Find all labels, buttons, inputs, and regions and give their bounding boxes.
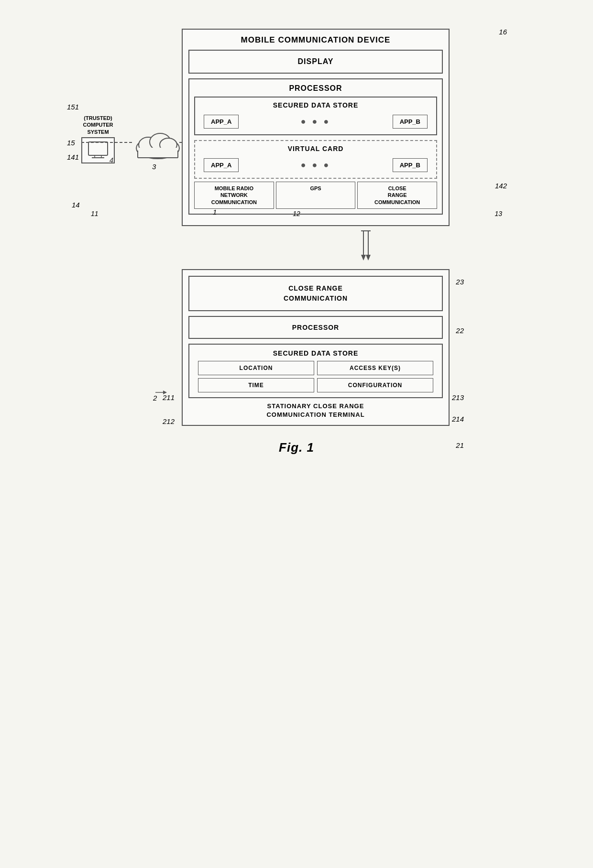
terminal-box: CLOSE RANGECOMMUNICATION PROCESSOR SECUR… xyxy=(182,269,450,426)
svg-marker-20 xyxy=(163,391,167,394)
mobile-radio-box: MOBILE RADIONETWORKCOMMUNICATION xyxy=(194,182,274,209)
close-range-box-mobile: CLOSERANGECOMMUNICATION xyxy=(357,182,437,209)
cloud-icon xyxy=(134,127,182,160)
vc-app-row: APP_A ● ● ● APP_B xyxy=(199,156,432,174)
vc-label: VIRTUAL CARD xyxy=(199,145,432,152)
vc-dots: ● ● ● xyxy=(301,160,331,170)
ref-11: 11 xyxy=(91,210,99,217)
page: (TRUSTED)COMPUTERSYSTEM 4 xyxy=(0,0,593,868)
ref-213: 213 xyxy=(452,393,464,401)
sds-label-mobile: SECURED DATA STORE xyxy=(199,101,432,109)
ref-12: 12 xyxy=(293,210,300,217)
mobile-device: MOBILE COMMUNICATION DEVICE DISPLAY PROC… xyxy=(182,29,450,226)
configuration-cell: CONFIGURATION xyxy=(317,378,433,392)
fig-caption: Fig. 1 xyxy=(279,440,314,455)
gps-box: GPS xyxy=(276,182,356,209)
arrow-connector xyxy=(182,226,450,264)
ref-151: 151 xyxy=(67,103,79,111)
ref-141: 141 xyxy=(67,153,79,161)
trusted-label: (TRUSTED)COMPUTERSYSTEM xyxy=(83,115,113,135)
cloud-container: 3 xyxy=(134,127,182,162)
processor-label: PROCESSOR xyxy=(194,84,437,93)
comm-row: MOBILE RADIONETWORKCOMMUNICATION GPS CLO… xyxy=(194,182,437,209)
svg-rect-7 xyxy=(138,148,178,158)
vc-app-a: APP_A xyxy=(204,158,239,172)
ref-16: 16 xyxy=(499,28,507,36)
sds-dots: ● ● ● xyxy=(301,117,331,127)
data-grid: LOCATION ACCESS KEY(S) TIME CONFIGURATIO… xyxy=(194,361,437,392)
terminal-container: CLOSE RANGECOMMUNICATION PROCESSOR SECUR… xyxy=(182,264,450,426)
mobile-device-container: MOBILE COMMUNICATION DEVICE DISPLAY PROC… xyxy=(182,19,450,226)
vc-app-b: APP_B xyxy=(393,158,428,172)
ref-142: 142 xyxy=(495,182,507,190)
processor-box-terminal: PROCESSOR xyxy=(188,316,443,339)
ref-21: 21 xyxy=(456,441,464,449)
sds-terminal: SECURED DATA STORE LOCATION ACCESS KEY(S… xyxy=(188,344,443,398)
ref-214: 214 xyxy=(452,415,464,423)
time-cell: TIME xyxy=(198,378,314,392)
ref-13: 13 xyxy=(494,210,502,217)
sds-app-row: APP_A ● ● ● APP_B xyxy=(199,113,432,130)
svg-marker-15 xyxy=(361,255,366,260)
secured-data-store-mobile: SECURED DATA STORE APP_A ● ● ● APP_B xyxy=(194,97,437,135)
access-keys-cell: ACCESS KEY(S) xyxy=(317,361,433,375)
ref-1: 1 xyxy=(213,208,217,216)
sds-app-b: APP_B xyxy=(393,115,428,129)
processor-box: PROCESSOR SECURED DATA STORE APP_A ● ● ●… xyxy=(188,78,443,215)
diagram: (TRUSTED)COMPUTERSYSTEM 4 xyxy=(81,19,512,455)
ref-14: 14 xyxy=(72,201,80,209)
svg-marker-18 xyxy=(366,255,371,260)
ref-212: 212 xyxy=(163,417,175,425)
arrow-svg-connector xyxy=(182,226,450,264)
dashed-line-left xyxy=(81,140,136,145)
ref-22: 22 xyxy=(456,326,464,335)
terminal-title: STATIONARY CLOSE RANGECOMMUNICATION TERM… xyxy=(188,402,443,419)
ref-15: 15 xyxy=(67,139,75,147)
ref-23: 23 xyxy=(456,278,464,286)
mobile-device-title: MOBILE COMMUNICATION DEVICE xyxy=(188,35,443,45)
sds-label-terminal: SECURED DATA STORE xyxy=(194,349,437,357)
crc-box-terminal: CLOSE RANGECOMMUNICATION xyxy=(188,276,443,311)
display-box: DISPLAY xyxy=(188,50,443,74)
bottom-section: CLOSE RANGECOMMUNICATION PROCESSOR SECUR… xyxy=(81,264,512,426)
location-cell: LOCATION xyxy=(198,361,314,375)
sds-app-a: APP_A xyxy=(204,115,239,129)
top-section: (TRUSTED)COMPUTERSYSTEM 4 xyxy=(81,19,512,226)
ref-3: 3 xyxy=(152,163,156,171)
virtual-card: VIRTUAL CARD APP_A ● ● ● APP_B xyxy=(194,140,437,179)
ref-2-arrow xyxy=(155,388,170,397)
ref-4: 4 xyxy=(110,156,113,164)
